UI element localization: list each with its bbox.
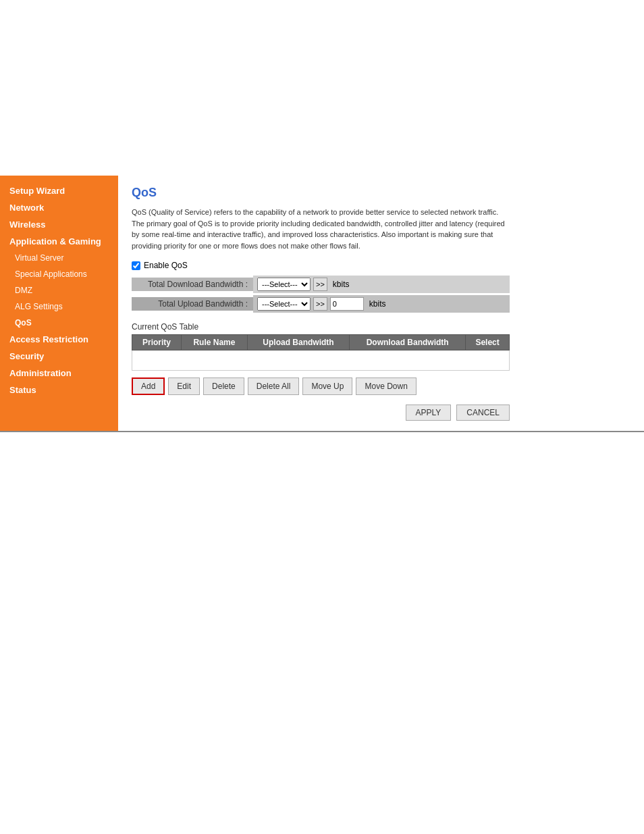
delete-all-button[interactable]: Delete All [248, 377, 300, 395]
download-bandwidth-select[interactable]: ---Select--- [257, 278, 311, 291]
download-kbits-label: kbits [333, 280, 350, 289]
col-rule-name: Rule Name [182, 335, 248, 350]
page-description: QoS (Quality of Service) refers to the c… [132, 207, 510, 251]
download-bandwidth-label: Total Download Bandwidth : [132, 278, 253, 291]
enable-qos-label: Enable QoS [144, 261, 188, 270]
download-bandwidth-controls: ---Select--- >> kbits [253, 276, 510, 293]
enable-qos-checkbox[interactable] [132, 261, 140, 270]
col-select: Select [466, 335, 510, 350]
sidebar-item-security[interactable]: Security [0, 348, 118, 365]
move-up-button[interactable]: Move Up [302, 377, 352, 395]
upload-kbits-label: kbits [369, 299, 386, 309]
sidebar-item-status[interactable]: Status [0, 382, 118, 398]
sidebar-item-virtual-server[interactable]: Virtual Server [0, 250, 118, 266]
bottom-space [0, 432, 644, 834]
cancel-button[interactable]: CANCEL [456, 405, 510, 421]
upload-bandwidth-input[interactable] [330, 297, 364, 311]
sidebar-item-application-gaming[interactable]: Application & Gaming [0, 233, 118, 250]
upload-bandwidth-go-button[interactable]: >> [313, 297, 327, 311]
sidebar-item-qos[interactable]: QoS [0, 315, 118, 331]
sidebar-item-access-restriction[interactable]: Access Restriction [0, 331, 118, 348]
col-upload-bandwidth: Upload Bandwidth [247, 335, 349, 350]
col-priority: Priority [132, 335, 182, 350]
sidebar-item-setup-wizard[interactable]: Setup Wizard [0, 182, 118, 199]
edit-button[interactable]: Edit [168, 377, 200, 395]
action-buttons: Add Edit Delete Delete All Move Up Move … [132, 377, 510, 395]
download-bandwidth-go-button[interactable]: >> [313, 278, 327, 291]
upload-bandwidth-row: Total Upload Bandwidth : ---Select--- >>… [132, 295, 510, 313]
sidebar-item-dmz[interactable]: DMZ [0, 282, 118, 298]
table-empty-row [132, 350, 510, 371]
page-title: QoS [132, 186, 630, 200]
move-down-button[interactable]: Move Down [356, 377, 416, 395]
upload-bandwidth-controls: ---Select--- >> kbits [253, 295, 510, 313]
sidebar-item-administration[interactable]: Administration [0, 365, 118, 382]
upload-bandwidth-label: Total Upload Bandwidth : [132, 297, 253, 311]
content-area: QoS QoS (Quality of Service) refers to t… [118, 176, 644, 431]
sidebar-item-network[interactable]: Network [0, 199, 118, 216]
apply-button[interactable]: APPLY [406, 405, 452, 421]
add-button[interactable]: Add [132, 377, 165, 395]
sidebar-item-alg-settings[interactable]: ALG Settings [0, 298, 118, 315]
delete-button[interactable]: Delete [203, 377, 244, 395]
apply-cancel-row: APPLY CANCEL [132, 405, 510, 421]
sidebar-item-special-applications[interactable]: Special Applications [0, 266, 118, 282]
col-download-bandwidth: Download Bandwidth [350, 335, 466, 350]
sidebar: Setup Wizard Network Wireless Applicatio… [0, 176, 118, 431]
download-bandwidth-row: Total Download Bandwidth : ---Select--- … [132, 276, 510, 293]
upload-bandwidth-select[interactable]: ---Select--- [257, 297, 311, 311]
sidebar-item-wireless[interactable]: Wireless [0, 216, 118, 233]
current-qos-table-label: Current QoS Table [132, 322, 630, 332]
enable-qos-row: Enable QoS [132, 261, 630, 270]
qos-table: Priority Rule Name Upload Bandwidth Down… [132, 334, 510, 371]
